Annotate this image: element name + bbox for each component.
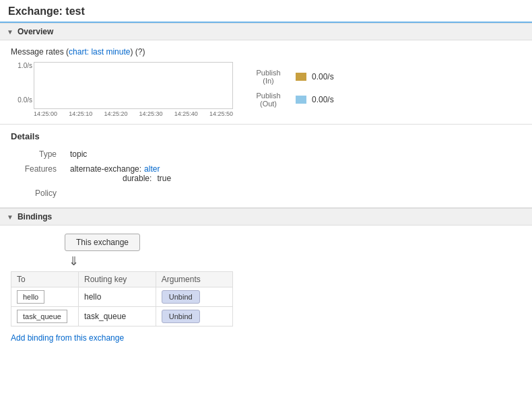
legend-item-publish-in: Publish (In) 0.00/s: [246, 69, 345, 85]
add-binding-link[interactable]: Add binding from this exchange: [11, 333, 521, 343]
chart-y-labels: 1.0/s 0.0/s: [11, 62, 32, 104]
this-exchange-button[interactable]: This exchange: [65, 234, 140, 251]
message-rates-label: Message rates (chart: last minute) (?): [11, 47, 521, 57]
binding-row-1: task_queue task_queue Unbind: [11, 307, 233, 327]
binding-to-1: task_queue: [11, 307, 79, 327]
bindings-col-arguments: Arguments: [156, 272, 232, 287]
legend-value-publish-in: 0.00/s: [312, 72, 345, 81]
bindings-table-header-row: To Routing key Arguments: [11, 272, 233, 287]
queue-box-0: hello: [17, 290, 44, 304]
details-section-title: Details: [11, 131, 521, 141]
details-value-policy: [65, 186, 521, 201]
bindings-col-to: To: [11, 272, 79, 287]
this-exchange-button-wrapper: This exchange: [11, 234, 521, 251]
overview-section-title: Overview: [18, 27, 53, 36]
binding-row-0: hello hello Unbind: [11, 287, 233, 307]
details-body: Details Type topic Features alternate-ex…: [0, 125, 532, 207]
chart-container: 1.0/s 0.0/s 14:25:00 14:25:10 14:25:20 1…: [11, 62, 233, 117]
unbind-button-0[interactable]: Unbind: [162, 290, 200, 304]
unbind-button-1[interactable]: Unbind: [162, 310, 200, 323]
chart-area: 1.0/s 0.0/s 14:25:00 14:25:10 14:25:20 1…: [11, 62, 521, 117]
details-label-policy: Policy: [11, 186, 65, 201]
alternate-exchange-link[interactable]: alter: [144, 164, 160, 174]
details-table: Type topic Features alternate-exchange: …: [11, 147, 521, 201]
bindings-col-routing-key: Routing key: [79, 272, 156, 287]
bindings-toggle-icon: ▼: [7, 213, 13, 221]
overview-toggle-icon: ▼: [7, 28, 13, 36]
details-label-features: Features: [11, 162, 65, 186]
chart-box: [34, 62, 233, 109]
details-section: Details Type topic Features alternate-ex…: [0, 125, 532, 207]
bindings-section-header[interactable]: ▼ Bindings: [0, 208, 532, 226]
bindings-section-title: Bindings: [18, 212, 52, 221]
legend-value-publish-out: 0.00/s: [312, 95, 345, 104]
legend-area: Publish (In) 0.00/s Publish (Out) 0.00/s: [246, 62, 345, 108]
page-header: Exchange: test: [0, 0, 532, 23]
overview-section-body: Message rates (chart: last minute) (?) 1…: [0, 40, 532, 124]
binding-to-0: hello: [11, 287, 79, 307]
legend-color-publish-in: [296, 73, 306, 81]
legend-color-publish-out: [296, 96, 306, 104]
binding-arguments-0: Unbind: [156, 287, 232, 307]
bindings-table-wrapper: To Routing key Arguments hello hello Unb…: [11, 271, 521, 327]
chart-x-labels: 14:25:00 14:25:10 14:25:20 14:25:30 14:2…: [34, 110, 233, 117]
bindings-table: To Routing key Arguments hello hello Unb…: [11, 271, 233, 327]
chart-link[interactable]: chart: last minute: [69, 47, 130, 57]
details-row-features: Features alternate-exchange: alter durab…: [11, 162, 521, 186]
down-arrow-icon: ⇓: [69, 254, 521, 269]
details-row-policy: Policy: [11, 186, 521, 201]
overview-section: ▼ Overview Message rates (chart: last mi…: [0, 23, 532, 124]
bindings-section-body: This exchange ⇓ To Routing key Arguments…: [0, 226, 532, 351]
details-value-features: alternate-exchange: alter durable: true: [65, 162, 521, 186]
legend-item-publish-out: Publish (Out) 0.00/s: [246, 92, 345, 108]
bindings-section: ▼ Bindings This exchange ⇓ To Routing ke…: [0, 208, 532, 351]
queue-box-1: task_queue: [17, 310, 67, 323]
binding-arguments-1: Unbind: [156, 307, 232, 327]
binding-routing-key-1: task_queue: [79, 307, 156, 327]
binding-routing-key-0: hello: [79, 287, 156, 307]
details-row-type: Type topic: [11, 147, 521, 162]
page-title: Exchange: test: [8, 5, 524, 18]
details-label-type: Type: [11, 147, 65, 162]
overview-section-header[interactable]: ▼ Overview: [0, 23, 532, 40]
details-value-type: topic: [65, 147, 521, 162]
